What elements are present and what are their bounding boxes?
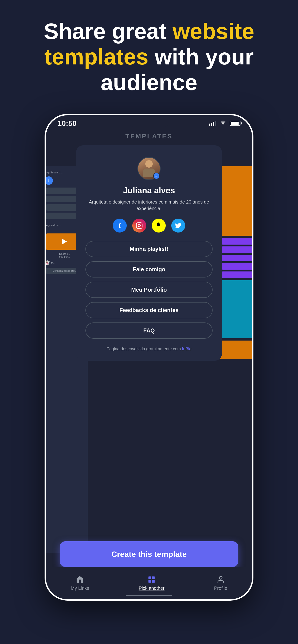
phone-notch	[126, 115, 172, 127]
svg-point-3	[140, 224, 141, 224]
signal-dot-4	[215, 121, 216, 126]
status-icons	[209, 120, 240, 127]
link-button-playlist-label: Minha playlist!	[130, 246, 168, 252]
bg-purple-pill-5	[219, 272, 252, 278]
svg-rect-6	[149, 580, 151, 583]
svg-rect-7	[152, 580, 155, 583]
nav-item-templates[interactable]: Pick another	[139, 576, 165, 591]
bottom-nav: My Links Pick another Profile	[46, 567, 252, 599]
headline-website: website	[172, 19, 254, 44]
nav-item-profile[interactable]: Profile	[214, 576, 227, 591]
profile-avatar-wrap: ✓	[137, 157, 161, 180]
templates-icon	[147, 576, 156, 584]
facebook-icon[interactable]: f	[113, 218, 127, 232]
headline-title: Share great website templates with your …	[44, 18, 254, 95]
nav-templates-label: Pick another	[139, 586, 165, 591]
profile-bio: Arquiteta e designer de interiores com m…	[85, 199, 213, 212]
profile-icon	[216, 576, 225, 584]
link-button-playlist[interactable]: Minha playlist!	[85, 241, 213, 257]
link-button-faq[interactable]: FAQ	[85, 322, 213, 339]
link-buttons-list: Minha playlist! Fale comigo Meu Portfóli…	[85, 241, 213, 343]
bg-left-circle: f	[46, 176, 53, 185]
bg-purple-pill-3	[219, 255, 252, 261]
bg-purple-pill-1	[219, 238, 252, 244]
nav-my-links-label: My Links	[71, 586, 89, 591]
social-icons-row: f	[113, 218, 185, 232]
person-silhouette	[143, 160, 155, 177]
instagram-icon[interactable]	[132, 218, 146, 232]
snapchat-icon[interactable]	[152, 218, 166, 232]
status-time: 10:50	[58, 119, 77, 128]
bottom-action-area: Create this template	[46, 541, 252, 567]
verified-badge: ✓	[153, 173, 160, 179]
link-button-feedbacks[interactable]: Feedbacks de clientes	[85, 302, 213, 318]
signal-dot-2	[211, 123, 212, 126]
create-template-label: Create this template	[111, 550, 187, 559]
headline-templates: templates	[44, 44, 148, 69]
phone-frame: 10:50	[45, 114, 253, 601]
twitter-icon[interactable]	[171, 218, 185, 232]
link-button-faq-label: FAQ	[143, 327, 155, 334]
profile-modal-card: ✓ Juliana alves Arquiteta e designer de …	[76, 145, 222, 361]
link-button-fale-label: Fale comigo	[133, 266, 165, 272]
inbio-link[interactable]: InBio	[182, 346, 191, 351]
headline-audience: audience	[101, 70, 197, 95]
footer-static-text: Pagina desenvolvida gratuitamente com	[107, 346, 182, 351]
svg-rect-1	[136, 223, 142, 228]
profile-footer: Pagina desenvolvida gratuitamente com In…	[107, 346, 191, 352]
link-button-portfolio[interactable]: Meu Portfólio	[85, 282, 213, 298]
play-icon	[62, 239, 67, 244]
svg-point-0	[223, 124, 223, 126]
bg-purple-pill-4	[219, 263, 252, 270]
signal-icon	[209, 121, 216, 126]
nav-title: TEMPLATES	[46, 132, 252, 140]
signal-dot-1	[209, 124, 210, 126]
headline-with: with your	[148, 44, 253, 69]
link-button-feedbacks-label: Feedbacks de clientes	[120, 307, 179, 314]
svg-rect-5	[152, 576, 155, 579]
home-icon	[76, 576, 84, 584]
bg-purple-pill-2	[219, 246, 252, 253]
svg-rect-4	[149, 576, 151, 579]
person-head	[145, 160, 153, 168]
wifi-icon	[219, 120, 226, 127]
link-button-portfolio-label: Meu Portfólio	[131, 286, 167, 293]
profile-name: Juliana alves	[123, 186, 175, 196]
create-template-button[interactable]: Create this template	[60, 541, 238, 567]
nav-item-my-links[interactable]: My Links	[71, 576, 89, 591]
nav-profile-label: Profile	[214, 586, 227, 591]
signal-dot-3	[213, 122, 214, 126]
battery-icon	[230, 121, 240, 126]
link-button-fale[interactable]: Fale comigo	[85, 261, 213, 278]
headline-section: Share great website templates with your …	[25, 18, 273, 95]
headline-share: Share great	[44, 19, 172, 44]
phone-wrapper: 10:50	[45, 114, 253, 624]
svg-point-8	[219, 576, 222, 579]
home-indicator	[126, 594, 172, 596]
svg-point-2	[138, 224, 140, 227]
